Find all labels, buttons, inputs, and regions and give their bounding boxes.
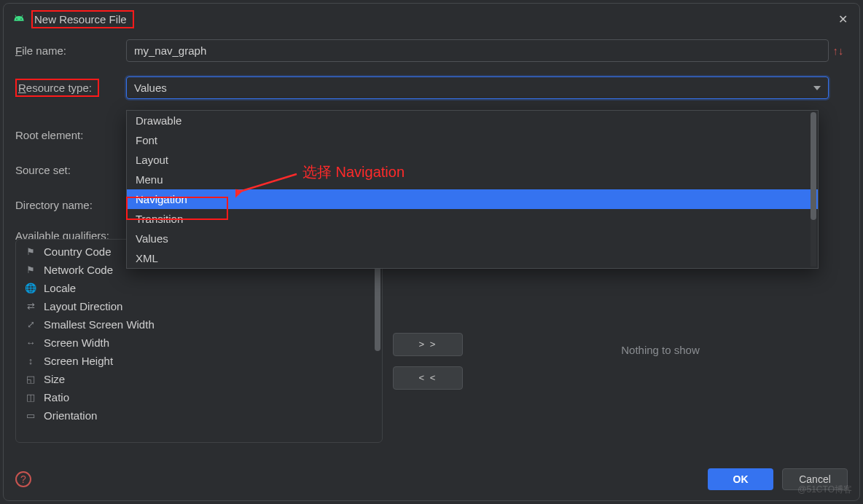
qualifier-item[interactable]: ↕Screen Height bbox=[16, 352, 382, 370]
title-bar: New Resource File ✕ bbox=[4, 4, 859, 32]
transfer-buttons: > > < < bbox=[393, 239, 463, 461]
remove-qualifier-button[interactable]: < < bbox=[393, 366, 463, 390]
close-icon[interactable]: ✕ bbox=[835, 9, 851, 29]
dialog-title: New Resource File bbox=[34, 13, 127, 25]
dropdown-option[interactable]: Values bbox=[127, 229, 818, 248]
dropdown-option[interactable]: Menu bbox=[127, 170, 818, 189]
swap-order-icon[interactable]: ↑↓ bbox=[829, 44, 848, 57]
chosen-qualifiers-panel: Nothing to show bbox=[473, 239, 848, 461]
scrollbar[interactable] bbox=[811, 112, 816, 267]
qualifiers-list[interactable]: ⚑Country Code ⚑Network Code 🌐Locale ⇄Lay… bbox=[15, 239, 383, 443]
globe-icon: 🌐 bbox=[25, 283, 36, 294]
arrow-icon: ⇄ bbox=[25, 301, 36, 312]
directory-name-label: Directory name: bbox=[15, 199, 93, 211]
dropdown-option[interactable]: Font bbox=[127, 130, 818, 150]
dialog-title-highlight: New Resource File bbox=[31, 10, 134, 28]
qualifier-item[interactable]: ▭Orientation bbox=[16, 406, 382, 425]
qualifier-item[interactable]: 🌐Locale bbox=[16, 279, 382, 297]
qualifier-item[interactable]: ⇄Layout Direction bbox=[16, 297, 382, 315]
ratio-icon: ◫ bbox=[25, 392, 36, 403]
scrollbar[interactable] bbox=[375, 243, 380, 439]
cancel-button[interactable]: Cancel bbox=[782, 468, 848, 490]
flag-icon: ⚑ bbox=[25, 246, 36, 258]
orientation-icon: ▭ bbox=[25, 410, 36, 422]
dialog-footer: ? OK Cancel bbox=[4, 461, 859, 500]
new-resource-file-dialog: New Resource File ✕ File name: ↑↓ Resour… bbox=[3, 3, 860, 501]
add-qualifier-button[interactable]: > > bbox=[393, 333, 463, 356]
chevron-down-icon bbox=[813, 86, 821, 90]
help-icon[interactable]: ? bbox=[15, 471, 31, 487]
file-name-label: File name: bbox=[15, 44, 126, 57]
qualifiers-column: ⚑Country Code ⚑Network Code 🌐Locale ⇄Lay… bbox=[15, 239, 383, 461]
dropdown-option-selected[interactable]: Navigation bbox=[127, 189, 818, 209]
size-icon: ◱ bbox=[25, 374, 36, 385]
empty-placeholder: Nothing to show bbox=[621, 344, 700, 356]
dropdown-option[interactable]: Layout bbox=[127, 150, 818, 170]
dropdown-option[interactable]: XML bbox=[127, 248, 818, 268]
qualifier-item[interactable]: ◫Ratio bbox=[16, 388, 382, 406]
signal-icon: ⚑ bbox=[25, 264, 36, 276]
android-icon bbox=[12, 12, 26, 27]
qualifier-item[interactable]: ⤢Smallest Screen Width bbox=[16, 315, 382, 334]
resource-type-combo[interactable]: Values bbox=[126, 76, 829, 99]
file-name-input[interactable] bbox=[126, 39, 829, 62]
root-element-label: Root element: bbox=[15, 129, 83, 141]
ok-button[interactable]: OK bbox=[708, 468, 773, 490]
qualifier-item[interactable]: ◱Size bbox=[16, 370, 382, 388]
dropdown-option[interactable]: Drawable bbox=[127, 111, 818, 130]
resource-type-value: Values bbox=[134, 82, 167, 94]
resize-icon: ⤢ bbox=[25, 319, 36, 331]
dropdown-option[interactable]: Transition bbox=[127, 209, 818, 229]
height-icon: ↕ bbox=[25, 355, 36, 367]
qualifier-item[interactable]: ↔Screen Width bbox=[16, 334, 382, 352]
resource-type-label: Resource type: bbox=[15, 79, 126, 97]
form-grid: File name: ↑↓ Resource type: Values bbox=[4, 32, 859, 102]
resource-type-dropdown[interactable]: Drawable Font Layout Menu Navigation Tra… bbox=[126, 110, 819, 269]
width-icon: ↔ bbox=[25, 337, 36, 349]
source-set-label: Source set: bbox=[15, 164, 71, 176]
